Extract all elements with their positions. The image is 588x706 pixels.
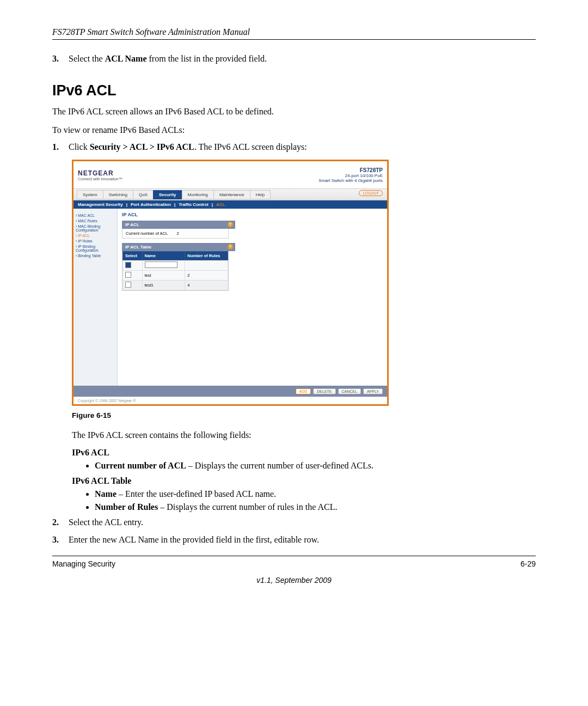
th-select: Select <box>123 252 143 260</box>
help-icon-2[interactable]: ? <box>228 244 233 249</box>
apply-button[interactable]: APPLY <box>363 388 383 394</box>
sub-ipv6-acl: IPv6 ACL <box>72 448 536 458</box>
panel1-content: Current number of ACL 2 <box>122 229 229 239</box>
checkbox-row1[interactable] <box>125 272 131 278</box>
section-toview: To view or rename IPv6 Based ACLs: <box>52 124 536 136</box>
manual-title: FS728TP Smart Switch Software Administra… <box>52 27 536 37</box>
tab-monitoring[interactable]: Monitoring <box>182 190 214 199</box>
bottom-rule <box>52 556 536 556</box>
cancel-button[interactable]: CANCEL <box>338 388 361 394</box>
netgear-tagline: Connect with Innovation™ <box>78 177 122 181</box>
logout-button[interactable]: LOGOUT <box>359 190 383 196</box>
step3-text-a: Select the <box>69 54 105 63</box>
netgear-logo: NETGEAR <box>78 169 122 177</box>
tab-switching[interactable]: Switching <box>103 190 133 199</box>
step-3-bottom: 3. Enter the new ACL Name in the provide… <box>52 535 536 545</box>
tab-system[interactable]: System <box>77 190 103 199</box>
tab-security[interactable]: Security <box>153 190 182 199</box>
figure-label: Figure 6-15 <box>72 411 536 419</box>
tab-maintenance[interactable]: Maintenance <box>213 190 250 199</box>
sidebar-mac-acl[interactable]: › MAC ACL <box>76 214 115 217</box>
sidebar-mac-binding[interactable]: › MAC Binding Configuration <box>76 224 115 232</box>
row2-rules: 4 <box>185 281 228 290</box>
contains-text: The IPv6 ACL screen contains the followi… <box>72 429 536 441</box>
subtab-acl[interactable]: ACL <box>216 202 225 207</box>
current-num-label: Current number of ACL <box>126 231 168 236</box>
main-panel: IP ACL IP ACL? Current number of ACL 2 I… <box>118 209 387 386</box>
main-title: IP ACL <box>122 212 383 217</box>
click-b: Security > ACL > IPv6 ACL <box>90 142 194 151</box>
sub-tabs: Management Security | Port Authenticatio… <box>74 200 387 209</box>
step-2: 2. Select the ACL entry. <box>52 518 536 527</box>
sub-ipv6-acl-table: IPv6 ACL Table <box>72 476 536 486</box>
help-icon[interactable]: ? <box>228 222 233 227</box>
checkbox-all[interactable] <box>125 262 131 268</box>
tab-qos[interactable]: QoS <box>133 190 154 199</box>
step-num: 3. <box>52 54 66 64</box>
subtab-mgmt[interactable]: Management Security <box>78 202 123 207</box>
click-a: Click <box>69 142 90 151</box>
bullet-num-rules: Number of Rules – Displays the current n… <box>95 502 536 512</box>
footer-right: 6-29 <box>520 559 536 568</box>
row2-name: test1 <box>142 281 185 290</box>
step2-text: Select the ACL entry. <box>69 518 143 527</box>
screenshot-figure: NETGEAR Connect with Innovation™ FS728TP… <box>72 160 389 406</box>
footer-center: v1.1, September 2009 <box>52 576 536 585</box>
footer-row: Managing Security 6-29 <box>52 559 536 568</box>
th-rules: Number of Rules <box>185 252 228 260</box>
step3b-text: Enter the new ACL Name in the provided f… <box>69 535 319 544</box>
top-rule <box>52 39 536 40</box>
sidebar-ip-binding[interactable]: › IP Binding Configuration <box>76 245 115 252</box>
section-intro: The IPv6 ACL screen allows an IPv6 Based… <box>52 106 536 118</box>
table-row: test 2 <box>123 271 228 281</box>
top-tabs: System Switching QoS Security Monitoring… <box>74 189 387 200</box>
checkbox-row2[interactable] <box>125 282 131 288</box>
tab-help[interactable]: Help <box>250 190 271 199</box>
footer-left: Managing Security <box>52 559 115 568</box>
click-c: . The IPv6 ACL screen displays: <box>194 142 307 151</box>
sidebar-mac-rules[interactable]: › MAC Rules <box>76 219 115 223</box>
row1-name: test <box>142 271 185 281</box>
ss-header: NETGEAR Connect with Innovation™ FS728TP… <box>74 161 387 189</box>
sidebar-binding-table[interactable]: › Binding Table <box>76 254 115 258</box>
model-sub1: 24-port 10/100 PoE <box>318 173 383 178</box>
step-3-top: 3. Select the ACL Name from the list in … <box>52 54 536 64</box>
add-button[interactable]: ADD <box>296 388 311 394</box>
step-num-3b: 3. <box>52 535 66 545</box>
model-number: FS728TP <box>318 167 383 173</box>
panel1-bar: IP ACL? <box>122 221 235 229</box>
acl-table: Select Name Number of Rules test 2 <box>122 251 228 290</box>
model-box: FS728TP 24-port 10/100 PoE Smart Switch … <box>318 167 383 183</box>
row1-rules: 2 <box>185 271 228 281</box>
table-row-input <box>123 260 228 271</box>
bullet-name: Name – Enter the user-defined IP based A… <box>95 489 536 499</box>
current-num-value: 2 <box>177 231 179 236</box>
copyright: Copyright © 1996-2007 Netgear ® <box>74 397 387 404</box>
panel2-content: Select Name Number of Rules test 2 <box>122 251 229 291</box>
sidebar-ip-rules[interactable]: › IP Rules <box>76 239 115 243</box>
model-sub2: Smart Switch with 4 Gigabit ports <box>318 178 383 183</box>
step3-text-c: from the list in the provided field. <box>147 54 267 63</box>
subtab-portauth[interactable]: Port Authentication <box>131 202 171 207</box>
ss-footer: ADD DELETE CANCEL APPLY <box>74 386 387 397</box>
step-num-2: 2. <box>52 518 66 527</box>
th-name: Name <box>142 252 185 260</box>
name-input[interactable] <box>145 261 177 268</box>
step3-text-b: ACL Name <box>105 54 147 63</box>
panel2-bar: IP ACL Table? <box>122 243 235 251</box>
sidebar-ip-acl[interactable]: › IP ACL <box>76 234 115 238</box>
step-1: 1. Click Security > ACL > IPv6 ACL. The … <box>52 142 536 152</box>
sidebar: › MAC ACL › MAC Rules › MAC Binding Conf… <box>74 209 118 386</box>
subtab-traffic[interactable]: Traffic Control <box>179 202 209 207</box>
bullet-current-num: Current number of ACL – Displays the cur… <box>95 461 536 471</box>
table-row: test1 4 <box>123 281 228 290</box>
step-num-1: 1. <box>52 142 66 152</box>
delete-button[interactable]: DELETE <box>313 388 335 394</box>
section-title: IPv6 ACL <box>52 82 536 99</box>
